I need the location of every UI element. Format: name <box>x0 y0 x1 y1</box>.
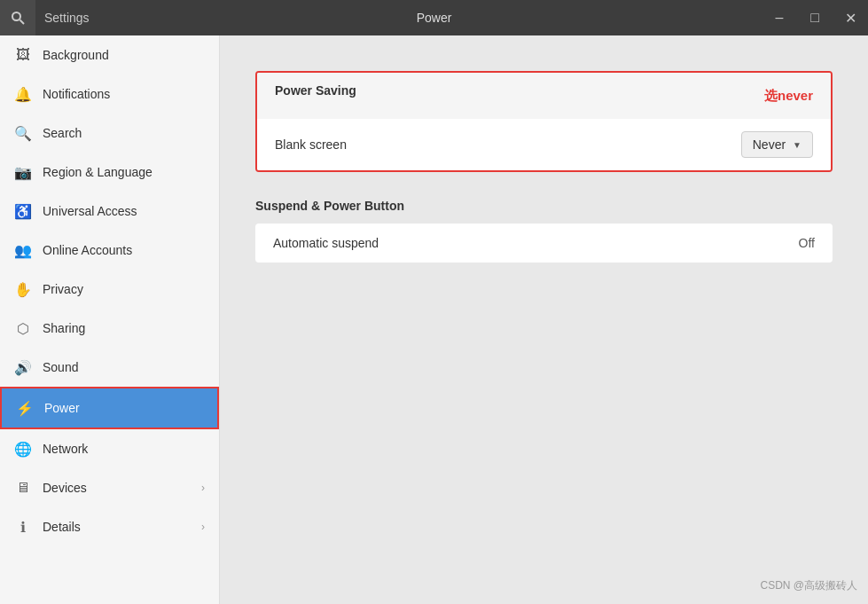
auto-suspend-label: Automatic suspend <box>273 236 799 250</box>
sidebar-item-devices[interactable]: 🖥Devices› <box>0 468 219 507</box>
sidebar-item-privacy[interactable]: ✋Privacy <box>0 270 219 309</box>
blank-screen-value: Never <box>753 137 786 152</box>
sidebar-item-notifications[interactable]: 🔔Notifications <box>0 75 219 114</box>
devices-icon: 🖥 <box>14 479 32 497</box>
sidebar-item-universal-access[interactable]: ♿Universal Access <box>0 192 219 231</box>
maximize-button[interactable]: □ <box>797 0 833 35</box>
power-saving-title: Power Saving <box>275 83 356 98</box>
sidebar-item-search[interactable]: 🔍Search <box>0 114 219 153</box>
sidebar-label-sharing: Sharing <box>43 321 205 335</box>
blank-screen-dropdown[interactable]: Never ▼ <box>741 131 813 158</box>
details-chevron-icon: › <box>201 521 205 533</box>
sidebar-label-sound: Sound <box>43 360 205 374</box>
sidebar-label-background: Background <box>43 48 205 62</box>
details-icon: ℹ <box>14 518 32 536</box>
sidebar-item-background[interactable]: 🖼Background <box>0 35 219 75</box>
power-saving-header: Power Saving 选never <box>257 73 831 119</box>
sidebar-item-network[interactable]: 🌐Network <box>0 429 219 468</box>
sidebar-label-region: Region & Language <box>43 165 205 179</box>
sidebar-label-power: Power <box>44 401 203 415</box>
power-saving-section: Power Saving 选never Blank screen Never ▼ <box>255 71 833 172</box>
sidebar-item-online-accounts[interactable]: 👥Online Accounts <box>0 231 219 270</box>
search-icon: 🔍 <box>14 124 32 142</box>
sidebar-label-universal-access: Universal Access <box>43 204 205 218</box>
suspend-section: Suspend & Power Button Automatic suspend… <box>255 199 833 263</box>
annotation: 选never <box>764 88 813 105</box>
blank-screen-label: Blank screen <box>275 137 741 152</box>
app-name: Settings <box>44 11 90 25</box>
dropdown-arrow-icon: ▼ <box>793 140 802 150</box>
right-panel: Power Saving 选never Blank screen Never ▼… <box>220 35 868 604</box>
sidebar-item-power[interactable]: ⚡Power <box>0 387 219 429</box>
sidebar-item-region[interactable]: 📷Region & Language <box>0 153 219 192</box>
app-window: Settings Power – □ ✕ 🖼Background🔔Notific… <box>0 0 868 604</box>
sidebar-label-notifications: Notifications <box>43 87 205 101</box>
window-controls: – □ ✕ <box>762 0 868 35</box>
watermark: CSDN @高级搬砖人 <box>760 578 857 593</box>
sidebar-label-search: Search <box>43 126 205 140</box>
sidebar-label-devices: Devices <box>43 481 191 495</box>
universal-access-icon: ♿ <box>14 202 32 220</box>
power-icon: ⚡ <box>16 399 34 417</box>
close-button[interactable]: ✕ <box>833 0 868 35</box>
titlebar: Settings Power – □ ✕ <box>0 0 868 35</box>
region-icon: 📷 <box>14 163 32 181</box>
auto-suspend-row[interactable]: Automatic suspend Off <box>255 224 833 263</box>
svg-line-1 <box>20 20 25 25</box>
sharing-icon: ⬡ <box>14 319 32 337</box>
suspend-card: Automatic suspend Off <box>255 224 833 263</box>
sidebar-item-sharing[interactable]: ⬡Sharing <box>0 309 219 348</box>
sidebar-item-sound[interactable]: 🔊Sound <box>0 348 219 387</box>
devices-chevron-icon: › <box>201 482 205 494</box>
sound-icon: 🔊 <box>14 358 32 376</box>
minimize-button[interactable]: – <box>762 0 797 35</box>
sidebar-label-network: Network <box>43 442 205 456</box>
notifications-icon: 🔔 <box>14 85 32 103</box>
suspend-title: Suspend & Power Button <box>255 199 833 213</box>
online-accounts-icon: 👥 <box>14 241 32 259</box>
sidebar-label-privacy: Privacy <box>43 282 205 296</box>
sidebar-item-details[interactable]: ℹDetails› <box>0 507 219 546</box>
network-icon: 🌐 <box>14 440 32 458</box>
background-icon: 🖼 <box>14 46 32 64</box>
svg-point-0 <box>12 12 20 20</box>
sidebar-label-online-accounts: Online Accounts <box>43 243 205 257</box>
power-saving-card: Power Saving 选never Blank screen Never ▼ <box>255 71 833 172</box>
privacy-icon: ✋ <box>14 280 32 298</box>
blank-screen-row: Blank screen Never ▼ <box>257 119 831 170</box>
search-button[interactable] <box>0 0 35 35</box>
auto-suspend-value: Off <box>799 236 815 250</box>
sidebar: 🖼Background🔔Notifications🔍Search📷Region … <box>0 35 220 604</box>
panel-title: Power <box>417 11 452 25</box>
sidebar-label-details: Details <box>43 520 191 534</box>
main-content: 🖼Background🔔Notifications🔍Search📷Region … <box>0 35 868 604</box>
